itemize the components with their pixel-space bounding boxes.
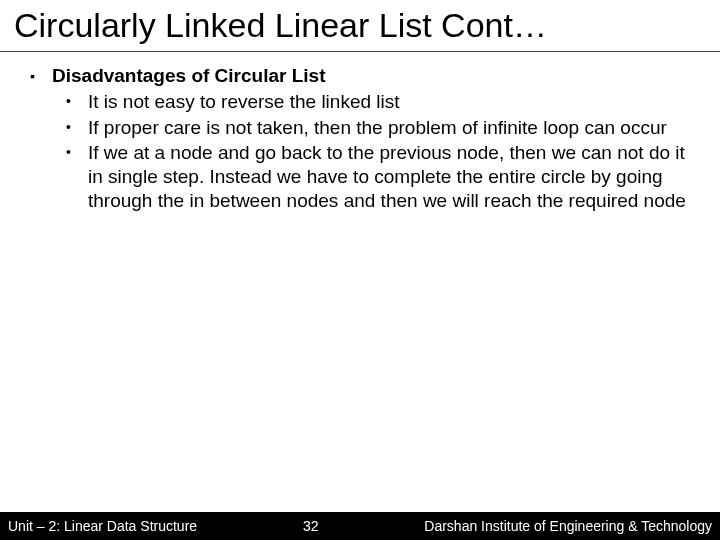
footer-left: Unit – 2: Linear Data Structure — [8, 518, 197, 534]
square-bullet-icon: ▪ — [30, 64, 52, 88]
dot-bullet-icon: • — [66, 116, 88, 140]
footer-right: Darshan Institute of Engineering & Techn… — [424, 518, 712, 534]
page-number: 32 — [297, 518, 325, 534]
bullet-l1-text: Disadvantages of Circular List — [52, 64, 325, 88]
bullet-l2: • If we at a node and go back to the pre… — [30, 141, 690, 212]
bullet-l2-text: If proper care is not taken, then the pr… — [88, 116, 667, 140]
slide-footer: Unit – 2: Linear Data Structure 32 Darsh… — [0, 512, 720, 540]
footer-center: 32 — [197, 518, 424, 534]
dot-bullet-icon: • — [66, 90, 88, 114]
bullet-l2: • It is not easy to reverse the linked l… — [30, 90, 690, 114]
bullet-l2: • If proper care is not taken, then the … — [30, 116, 690, 140]
slide-title: Circularly Linked Linear List Cont… — [0, 0, 720, 52]
bullet-l2-text: It is not easy to reverse the linked lis… — [88, 90, 400, 114]
bullet-l1: ▪ Disadvantages of Circular List — [30, 64, 690, 88]
bullet-l2-text: If we at a node and go back to the previ… — [88, 141, 690, 212]
dot-bullet-icon: • — [66, 141, 88, 212]
slide-content: ▪ Disadvantages of Circular List • It is… — [0, 52, 720, 540]
